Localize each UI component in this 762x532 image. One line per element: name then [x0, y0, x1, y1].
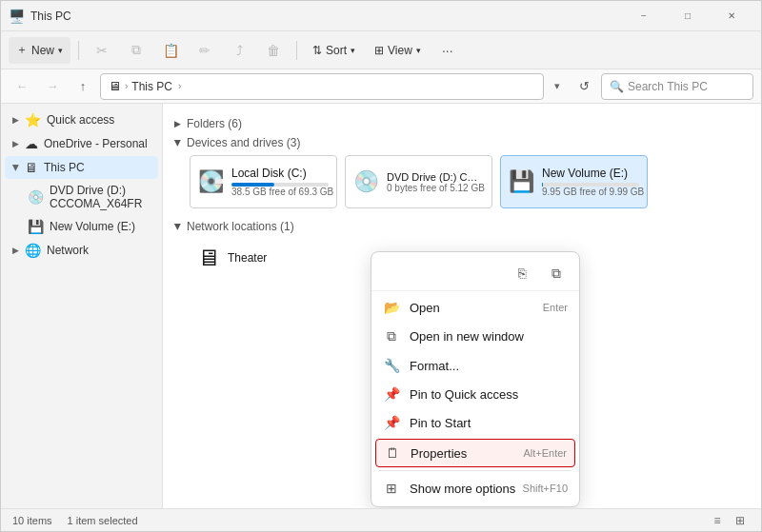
expand-arrow-icon: ▶ [11, 165, 21, 171]
sidebar: ▶ ⭐ Quick access ▶ ☁ OneDrive - Personal… [1, 104, 163, 508]
cm-item-open[interactable]: 📂 Open Enter [371, 293, 579, 322]
address-box[interactable]: 🖥 › This PC › [100, 73, 544, 100]
sidebar-item-onedrive[interactable]: ▶ ☁ OneDrive - Personal [5, 132, 158, 155]
drive-e-name: New Volume (E:) [542, 167, 639, 180]
search-box[interactable]: 🔍 Search This PC [601, 73, 753, 100]
grid-view-button[interactable]: ⊞ [731, 512, 750, 529]
cm-item-properties[interactable]: 🗒 Properties Alt+Enter [375, 439, 575, 467]
thispc-icon: 🖥 [25, 160, 38, 175]
folders-section-header[interactable]: ▶ Folders (6) [174, 117, 750, 130]
sort-button[interactable]: ⇅ Sort ▾ [305, 37, 363, 64]
close-button[interactable]: ✕ [710, 1, 753, 31]
new-button[interactable]: ＋ New ▾ [9, 37, 70, 64]
cm-item-pinstart-left: 📌 Pin to Start [383, 415, 471, 430]
folders-section-title: Folders (6) [187, 117, 242, 130]
theater-icon: 🖥 [197, 245, 220, 271]
sidebar-item-dvddrive[interactable]: 💿 DVD Drive (D:) CCCOMA_X64FR [5, 180, 158, 214]
titlebar: 🖥️ This PC − □ ✕ [1, 1, 761, 31]
refresh-button[interactable]: ↺ [571, 74, 597, 99]
cm-open-label: Open [410, 301, 440, 315]
share-button[interactable]: ⤴ [224, 37, 254, 64]
drive-e-icon: 💾 [509, 169, 534, 194]
view-button[interactable]: ⊞ View ▾ [367, 37, 429, 64]
forward-button[interactable]: → [39, 74, 66, 99]
toolbar-separator-1 [78, 41, 79, 60]
drive-item-c[interactable]: 💽 Local Disk (C:) 38.5 GB free of 69.3 G… [190, 155, 337, 208]
drive-d-icon: 💿 [353, 169, 379, 194]
drive-c-icon: 💽 [198, 169, 224, 194]
expand-arrow-icon: ▶ [12, 115, 19, 125]
sidebar-quickaccess-label: Quick access [47, 113, 114, 127]
cm-more-icon: ⊞ [383, 481, 400, 496]
sidebar-newvolume-label: New Volume (E:) [50, 220, 135, 233]
cm-props-icon: 🗒 [384, 445, 401, 461]
cm-format-icon: 🔧 [383, 358, 400, 373]
cm-item-pin-start[interactable]: 📌 Pin to Start [371, 408, 579, 437]
search-icon: 🔍 [610, 80, 624, 93]
cm-item-open-new-window[interactable]: ⧉ Open in new window [371, 322, 579, 351]
expand-arrow-icon: ▶ [12, 246, 19, 255]
sort-icon: ⇅ [312, 44, 322, 57]
main-area: ▶ ⭐ Quick access ▶ ☁ OneDrive - Personal… [1, 104, 761, 508]
cm-pinstart-icon: 📌 [383, 415, 400, 430]
onedrive-icon: ☁ [25, 136, 38, 151]
sidebar-dvddrive-label: DVD Drive (D:) CCCOMA_X64FR [50, 184, 150, 210]
drive-item-e[interactable]: 💾 New Volume (E:) 9.95 GB free of 9.99 G… [500, 155, 648, 208]
view-icon: ⊞ [374, 44, 384, 57]
paste-button[interactable]: 📋 [155, 37, 186, 64]
breadcrumb-sep2: › [178, 81, 181, 91]
drive-d-info: DVD Drive (D:) CCCOMA_X64FRE_EN-US_DV9 0… [387, 171, 484, 193]
cm-paste-button[interactable]: ⧉ [541, 260, 572, 286]
drive-d-space: 0 bytes free of 5.12 GB [387, 183, 484, 193]
newvolume-icon: 💾 [28, 219, 44, 234]
sidebar-item-quickaccess[interactable]: ▶ ⭐ Quick access [5, 108, 158, 131]
minimize-button[interactable]: − [622, 1, 666, 31]
theater-label: Theater [228, 251, 267, 265]
cm-item-pin-quickaccess[interactable]: 📌 Pin to Quick access [371, 380, 579, 408]
dvddrive-icon: 💿 [28, 189, 44, 205]
devices-expand-icon: ▶ [173, 140, 183, 147]
network-section-header[interactable]: ▶ Network locations (1) [174, 220, 750, 233]
cut-button[interactable]: ✂ [87, 37, 117, 64]
quickaccess-icon: ⭐ [25, 112, 41, 128]
cm-item-open-left: 📂 Open [383, 300, 440, 315]
cm-item-pinquick-left: 📌 Pin to Quick access [383, 386, 518, 402]
back-button[interactable]: ← [9, 74, 35, 99]
maximize-button[interactable]: □ [666, 1, 710, 31]
up-button[interactable]: ↑ [70, 74, 96, 99]
cm-more-label: Show more options [410, 482, 515, 496]
more-button[interactable]: ··· [432, 37, 463, 64]
delete-button[interactable]: 🗑 [258, 37, 289, 64]
drive-c-space: 38.5 GB free of 69.3 GB [231, 187, 329, 197]
cm-open-icon: 📂 [383, 300, 400, 315]
sidebar-item-network[interactable]: ▶ 🌐 Network [5, 239, 158, 262]
sidebar-item-newvolume[interactable]: 💾 New Volume (E:) [5, 215, 158, 238]
cm-item-more-options[interactable]: ⊞ Show more options Shift+F10 [371, 474, 579, 502]
list-view-button[interactable]: ≡ [708, 512, 727, 529]
selected-count: 1 item selected [68, 515, 138, 526]
sidebar-item-thispc[interactable]: ▶ 🖥 This PC [5, 156, 158, 179]
drive-item-d[interactable]: 💿 DVD Drive (D:) CCCOMA_X64FRE_EN-US_DV9… [345, 155, 492, 208]
item-count: 10 items [12, 515, 52, 526]
address-expand-button[interactable]: ▾ [548, 74, 567, 99]
cm-copypath-button[interactable]: ⎘ [507, 260, 537, 286]
address-pc-icon: 🖥 [109, 79, 121, 93]
window-icon: 🖥️ [9, 9, 25, 24]
devices-section-title: Devices and drives (3) [187, 136, 300, 149]
cm-item-format[interactable]: 🔧 Format... [371, 351, 579, 380]
network-expand-icon: ▶ [173, 224, 183, 230]
context-menu: ⎘ ⧉ 📂 Open Enter ⧉ Open in new window [371, 251, 580, 507]
devices-section-header[interactable]: ▶ Devices and drives (3) [174, 136, 750, 149]
content-area: ▶ Folders (6) ▶ Devices and drives (3) 💽… [163, 104, 761, 508]
addressbar: ← → ↑ 🖥 › This PC › ▾ ↺ 🔍 Search This PC [1, 69, 761, 104]
cm-item-openwindow-left: ⧉ Open in new window [383, 328, 524, 345]
context-menu-top-icons: ⎘ ⧉ [371, 256, 579, 291]
titlebar-left: 🖥️ This PC [9, 9, 71, 24]
copy-button[interactable]: ⧉ [121, 37, 151, 64]
network-section-title: Network locations (1) [187, 220, 294, 233]
search-placeholder: Search This PC [628, 80, 708, 93]
folders-expand-icon: ▶ [174, 119, 181, 128]
cm-openwindow-label: Open in new window [410, 329, 524, 344]
cm-separator [379, 470, 572, 471]
rename-button[interactable]: ✏ [190, 37, 220, 64]
